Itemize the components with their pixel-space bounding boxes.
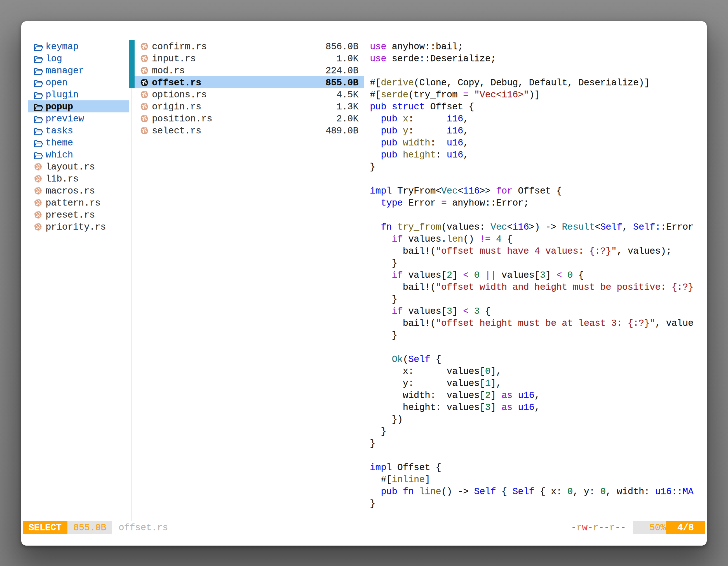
- svg-text:R: R: [143, 128, 146, 133]
- svg-text:R: R: [143, 92, 146, 97]
- svg-text:R: R: [143, 104, 146, 109]
- svg-text:R: R: [37, 213, 40, 217]
- svg-text:R: R: [143, 44, 146, 49]
- svg-text:R: R: [143, 116, 146, 121]
- svg-text:R: R: [143, 56, 146, 61]
- svg-text:R: R: [143, 68, 146, 73]
- svg-text:R: R: [37, 165, 40, 169]
- svg-text:R: R: [143, 80, 146, 85]
- svg-text:R: R: [37, 201, 40, 205]
- svg-text:R: R: [37, 189, 40, 193]
- svg-text:R: R: [37, 177, 40, 181]
- svg-text:R: R: [37, 225, 40, 229]
